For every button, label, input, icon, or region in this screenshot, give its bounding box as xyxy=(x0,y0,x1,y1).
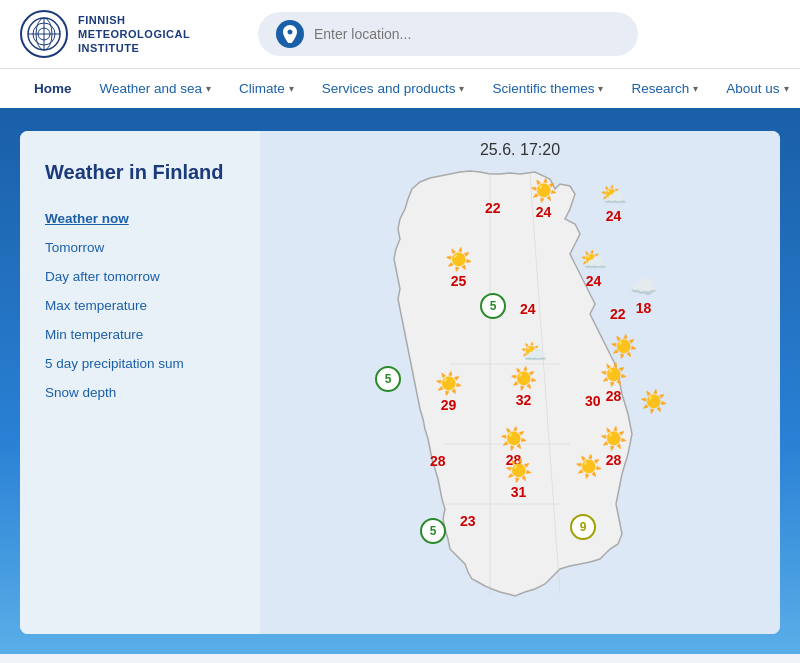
logo-icon xyxy=(20,10,68,58)
weather-point-10: ⛅ xyxy=(520,339,547,365)
weather-point-19: ☀️ 28 xyxy=(600,426,627,467)
weather-point-17: ☀️ xyxy=(640,389,667,415)
weather-point-21: ☀️ 31 xyxy=(505,458,532,499)
chevron-down-icon: ▾ xyxy=(693,83,698,94)
weather-badge-5-left: 5 xyxy=(375,366,401,392)
weather-point-16: 30 xyxy=(585,394,601,408)
map-container: ☀️ 24 22 ⛅ 24 ☀️ 25 xyxy=(270,164,770,624)
weather-badge-5-bottom: 5 xyxy=(420,518,446,544)
weather-point-3: ⛅ 24 xyxy=(600,182,627,223)
location-search-input[interactable] xyxy=(314,26,620,42)
sidebar-link-day-after[interactable]: Day after tomorrow xyxy=(45,262,235,291)
chevron-down-icon: ▾ xyxy=(598,83,603,94)
weather-point-14: ☀️ 32 xyxy=(510,366,537,407)
weather-point-11: ☀️ xyxy=(610,334,637,360)
sidebar-link-tomorrow[interactable]: Tomorrow xyxy=(45,233,235,262)
nav-item-scientific[interactable]: Scientific themes ▾ xyxy=(478,69,617,111)
sidebar-link-min-temp[interactable]: Min temperature xyxy=(45,320,235,349)
chevron-down-icon: ▾ xyxy=(459,83,464,94)
sidebar-link-max-temp[interactable]: Max temperature xyxy=(45,291,235,320)
weather-point-23: 23 xyxy=(460,514,476,528)
main-nav: Home Weather and sea ▾ Climate ▾ Service… xyxy=(0,69,800,111)
weather-badge-5-center: 5 xyxy=(480,293,506,319)
weather-point-22: ☀️ xyxy=(575,454,602,480)
search-area[interactable] xyxy=(258,12,638,56)
content-card: Weather in Finland Weather now Tomorrow … xyxy=(20,131,780,634)
weather-point-20: 28 xyxy=(430,454,446,468)
nav-item-research[interactable]: Research ▾ xyxy=(617,69,712,111)
weather-point-9: 22 xyxy=(610,307,626,321)
weather-point-1: ☀️ 24 xyxy=(530,178,557,219)
sidebar: Weather in Finland Weather now Tomorrow … xyxy=(20,131,260,634)
nav-item-home[interactable]: Home xyxy=(20,69,86,111)
nav-item-about[interactable]: About us ▾ xyxy=(712,69,800,111)
weather-point-2: 22 xyxy=(485,201,501,215)
weather-point-4: ☀️ 25 xyxy=(445,247,472,288)
logo-area: FINNISH METEOROLOGICAL INSTITUTE xyxy=(20,10,198,58)
nav-item-climate[interactable]: Climate ▾ xyxy=(225,69,308,111)
map-area: 25.6. 17:20 ☀️ 24 xyxy=(260,131,780,634)
map-timestamp: 25.6. 17:20 xyxy=(270,141,770,159)
sidebar-link-snow[interactable]: Snow depth xyxy=(45,378,235,407)
location-pin-icon xyxy=(276,20,304,48)
header: FINNISH METEOROLOGICAL INSTITUTE xyxy=(0,0,800,69)
chevron-down-icon: ▾ xyxy=(206,83,211,94)
weather-point-5: ⛅ 24 xyxy=(580,247,607,288)
main-content: Weather in Finland Weather now Tomorrow … xyxy=(0,111,800,654)
chevron-down-icon: ▾ xyxy=(784,83,789,94)
logo-text: FINNISH METEOROLOGICAL INSTITUTE xyxy=(78,13,198,56)
weather-badge-9: 9 xyxy=(570,514,596,540)
sidebar-title: Weather in Finland xyxy=(45,161,235,184)
weather-point-6: ☁️ 18 xyxy=(630,274,657,315)
sidebar-link-weather-now[interactable]: Weather now xyxy=(45,204,235,233)
weather-point-8: 24 xyxy=(520,302,536,316)
weather-point-15: ☀️ 28 xyxy=(600,362,627,403)
chevron-down-icon: ▾ xyxy=(289,83,294,94)
weather-point-13: ☀️ 29 xyxy=(435,371,462,412)
nav-item-services[interactable]: Services and products ▾ xyxy=(308,69,479,111)
sidebar-link-precip[interactable]: 5 day precipitation sum xyxy=(45,349,235,378)
nav-item-weather-sea[interactable]: Weather and sea ▾ xyxy=(86,69,226,111)
